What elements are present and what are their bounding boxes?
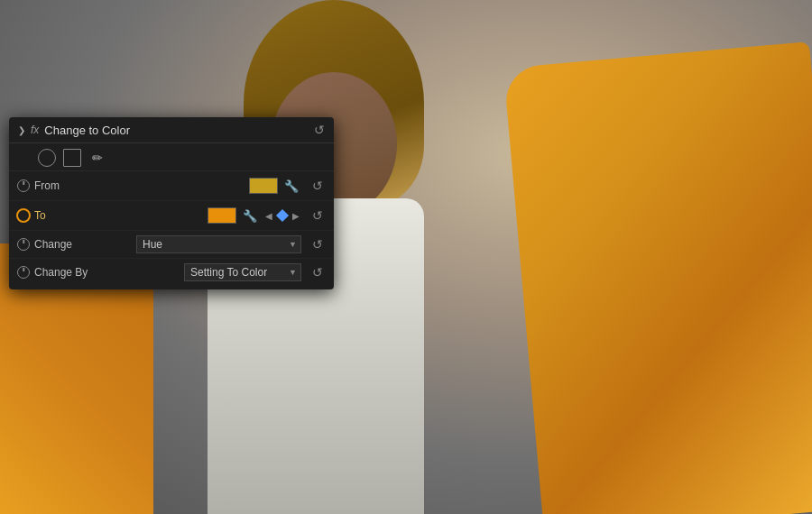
change-stopwatch-icon xyxy=(17,238,30,251)
to-row-left: To xyxy=(16,208,106,223)
fx-badge: fx xyxy=(31,124,39,136)
to-next-button[interactable]: ▶ xyxy=(291,209,301,223)
from-row-right: 🔧 ↺ xyxy=(106,176,327,196)
panel-title: Change to Color xyxy=(44,124,309,137)
change-row-left: Change xyxy=(16,237,106,252)
change-label: Change xyxy=(34,238,88,251)
change-by-row: Change By Setting To Color Changing To C… xyxy=(9,259,334,286)
change-dropdown-wrapper: Hue Hue & Saturation Hue, Saturation, & … xyxy=(136,235,301,253)
to-reset-button[interactable]: ↺ xyxy=(309,207,327,225)
change-by-stopwatch-icon xyxy=(17,266,30,279)
change-row: Change Hue Hue & Saturation Hue, Saturat… xyxy=(9,231,334,259)
from-reset-button[interactable]: ↺ xyxy=(309,177,327,195)
from-eyedropper-button[interactable]: 🔧 xyxy=(281,176,301,196)
rect-shape-button[interactable] xyxy=(63,149,81,167)
to-color-swatch[interactable] xyxy=(208,207,236,224)
from-label: From xyxy=(34,179,88,192)
jacket-right xyxy=(503,41,812,514)
to-eyedropper-button[interactable]: 🔧 xyxy=(240,206,260,225)
circle-shape-button[interactable] xyxy=(38,149,56,167)
change-reset-button[interactable]: ↺ xyxy=(309,235,327,253)
to-active-indicator xyxy=(16,208,31,223)
from-color-swatch[interactable] xyxy=(249,178,278,194)
change-by-label: Change By xyxy=(34,266,88,279)
brush-tool-button[interactable]: ✏ xyxy=(92,151,103,165)
change-by-dropdown-wrapper: Setting To Color Changing To Color ▼ xyxy=(184,263,301,281)
to-row: To 🔧 ◀ ▶ ↺ xyxy=(9,201,334,231)
shape-tool-row: ✏ xyxy=(9,143,334,171)
change-by-reset-button[interactable]: ↺ xyxy=(309,263,327,281)
from-stopwatch[interactable] xyxy=(16,179,31,193)
collapse-arrow[interactable]: ❯ xyxy=(18,125,25,135)
panel-header-left: ❯ fx Change to Color xyxy=(18,124,309,137)
to-label: To xyxy=(34,209,88,222)
change-to-color-panel: ❯ fx Change to Color ↺ ✏ From 🔧 ↺ To xyxy=(9,117,334,289)
change-row-right: Hue Hue & Saturation Hue, Saturation, & … xyxy=(106,235,327,253)
to-keyframe-diamond[interactable] xyxy=(276,209,289,222)
from-row: From 🔧 ↺ xyxy=(9,171,334,201)
panel-reset-button[interactable]: ↺ xyxy=(314,123,325,137)
change-by-dropdown[interactable]: Setting To Color Changing To Color xyxy=(184,263,301,281)
change-dropdown[interactable]: Hue Hue & Saturation Hue, Saturation, & … xyxy=(136,235,301,253)
change-stopwatch[interactable] xyxy=(16,237,31,252)
from-row-left: From xyxy=(16,179,106,193)
to-row-right: 🔧 ◀ ▶ ↺ xyxy=(106,206,327,225)
panel-header: ❯ fx Change to Color ↺ xyxy=(9,117,334,143)
from-stopwatch-icon xyxy=(17,179,30,192)
change-by-stopwatch[interactable] xyxy=(16,265,31,280)
to-prev-button[interactable]: ◀ xyxy=(263,209,274,223)
change-by-row-right: Setting To Color Changing To Color ▼ ↺ xyxy=(106,263,327,281)
change-by-row-left: Change By xyxy=(16,265,106,280)
